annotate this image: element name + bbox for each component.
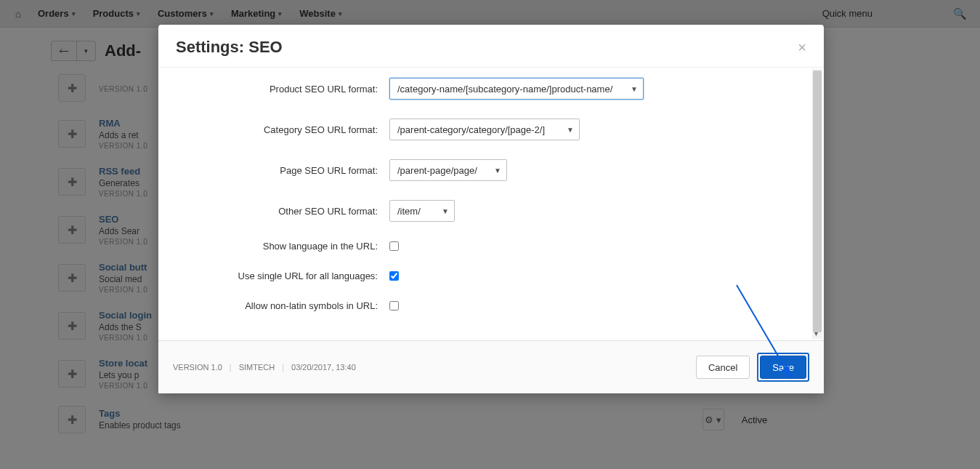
dialog-body: ▲ ▼ Product SEO URL format: /category-na… <box>158 67 824 340</box>
label-single-url: Use single URL for all languages: <box>179 270 389 281</box>
label-page-seo: Page SEO URL format: <box>179 165 389 176</box>
dialog-title: Settings: SEO <box>176 38 283 57</box>
page-seo-select[interactable]: /parent-page/page/ <box>389 159 507 181</box>
label-show-lang: Show language in the URL: <box>179 241 389 252</box>
single-url-checkbox[interactable] <box>389 271 399 281</box>
label-nonlatin: Allow non-latin symbols in URL: <box>179 300 389 311</box>
footer-date: 03/20/2017, 13:40 <box>291 363 356 372</box>
close-icon[interactable]: × <box>798 40 806 55</box>
label-category-seo: Category SEO URL format: <box>179 124 389 135</box>
nonlatin-checkbox[interactable] <box>389 301 399 310</box>
label-other-seo: Other SEO URL format: <box>179 206 389 217</box>
footer-vendor: SIMTECH <box>239 363 275 372</box>
scroll-thumb[interactable] <box>813 71 822 332</box>
settings-dialog: Settings: SEO × ▲ ▼ Product SEO URL form… <box>158 25 824 393</box>
product-seo-select[interactable]: /category-name/[subcategory-name/]produc… <box>389 78 644 100</box>
other-seo-select[interactable]: /item/ <box>389 200 455 222</box>
cancel-button[interactable]: Cancel <box>696 356 750 379</box>
show-language-checkbox[interactable] <box>389 241 399 251</box>
save-button[interactable]: Save <box>760 356 806 379</box>
save-button-highlight: Save <box>757 353 809 382</box>
category-seo-select[interactable]: /parent-category/category/[page-2/] <box>389 119 580 140</box>
dialog-footer: VERSION 1.0 | SIMTECH | 03/20/2017, 13:4… <box>158 340 824 393</box>
footer-version: VERSION 1.0 <box>173 363 222 372</box>
label-product-seo: Product SEO URL format: <box>179 84 389 95</box>
